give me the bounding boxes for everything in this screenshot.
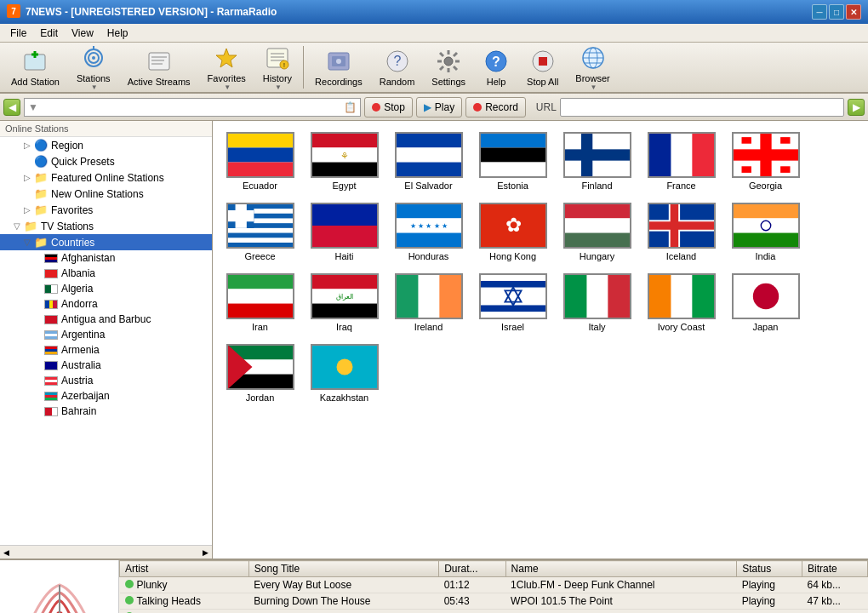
settings-label: Settings	[431, 77, 465, 87]
flag-item[interactable]: India	[725, 198, 806, 266]
col-artist[interactable]: Artist	[120, 561, 249, 577]
flag-item[interactable]: Haiti	[304, 198, 385, 266]
random-button[interactable]: ? Random	[372, 43, 423, 91]
nav-forward-button[interactable]: ▶	[848, 99, 865, 116]
svg-rect-112	[565, 274, 587, 318]
sidebar-item-antigua[interactable]: Antigua and Barbuc	[0, 312, 212, 327]
play-button[interactable]: ▶ Play	[416, 97, 462, 117]
sidebar-item-armenia[interactable]: Armenia	[0, 342, 212, 358]
table-row[interactable]: Plunky Every Way But Loose 01:12 1Club.F…	[120, 577, 868, 593]
sidebar-item-afghanistan[interactable]: Afghanistan	[0, 250, 212, 266]
table-row[interactable]: BILLY JOEL It's Still Rock And Roll To 0…	[120, 610, 868, 614]
sidebar-item-label: Featured Online Stations	[51, 172, 164, 184]
help-button[interactable]: ? Help	[475, 43, 517, 91]
nav-back-button[interactable]: ◀	[3, 99, 20, 116]
svg-point-25	[444, 57, 453, 66]
flag-item[interactable]: Iceland	[641, 198, 722, 266]
flag-image-india	[732, 203, 800, 249]
cell-status: Playing	[737, 593, 802, 610]
col-name[interactable]: Name	[505, 561, 737, 577]
flag-image-greece	[226, 203, 294, 249]
svg-rect-50	[397, 133, 461, 147]
menu-edit[interactable]: Edit	[33, 26, 65, 41]
record-button[interactable]: Record	[465, 97, 526, 117]
flag-label: Italy	[588, 322, 605, 332]
flag-item[interactable]: Japan	[725, 269, 806, 336]
sidebar-item-andorra[interactable]: Andorra	[0, 296, 212, 312]
flag-item[interactable]: Ivory Coast	[641, 269, 722, 336]
table-row[interactable]: Talking Heads Burning Down The House 05:…	[120, 593, 868, 610]
history-button[interactable]: ! History ▼	[255, 40, 300, 95]
sidebar-item-region[interactable]: ▷ 🔵 Region	[0, 137, 212, 153]
col-bitrate[interactable]: Bitrate	[802, 561, 868, 577]
flag-item[interactable]: ✿Hong Kong	[472, 198, 553, 266]
minimize-button[interactable]: ─	[812, 4, 827, 20]
url-label: URL	[536, 101, 557, 113]
settings-button[interactable]: Settings	[424, 43, 473, 91]
new-online-icon: 📁	[34, 187, 48, 200]
sidebar-item-favorites[interactable]: ▷ 📁 Favorites	[0, 202, 212, 218]
sidebar-item-algeria[interactable]: Algeria	[0, 281, 212, 296]
stations-button[interactable]: Stations ▼	[69, 40, 118, 95]
flag-item[interactable]: El Salvador	[388, 128, 469, 195]
sidebar-item-featured[interactable]: ▷ 📁 Featured Online Stations	[0, 169, 212, 186]
flag-item[interactable]: Kazakhstan	[304, 340, 385, 407]
flag-item[interactable]: Ecuador	[220, 128, 300, 195]
sidebar-item-australia[interactable]: Australia	[0, 358, 212, 373]
browser-button[interactable]: Browser ▼	[568, 40, 617, 95]
svg-rect-97	[228, 274, 293, 289]
flag-item[interactable]: Hungary	[557, 198, 637, 266]
record-label: Record	[485, 101, 518, 113]
path-bar[interactable]: ▼ 📋	[24, 98, 361, 117]
sidebar-scrollbar-h[interactable]: ◀ ▶	[0, 545, 212, 559]
svg-rect-99	[228, 304, 293, 318]
sidebar-item-albania[interactable]: Albania	[0, 266, 212, 281]
flag-label: Iraq	[336, 322, 352, 332]
flag-label: Jordan	[246, 392, 275, 403]
svg-point-7	[92, 56, 95, 60]
sidebar-item-argentina[interactable]: Argentina	[0, 327, 212, 342]
maximize-button[interactable]: □	[829, 4, 844, 20]
flag-item[interactable]: France	[641, 128, 722, 195]
sidebar-item-tv-stations[interactable]: ▽ 📁 TV Stations	[0, 218, 212, 234]
close-button[interactable]: ✕	[846, 4, 861, 20]
col-song-title[interactable]: Song Title	[248, 561, 438, 577]
sidebar-item-austria[interactable]: Austria	[0, 373, 212, 388]
stop-button[interactable]: Stop	[364, 97, 413, 117]
sidebar-item-countries[interactable]: ▽ 📁 Countries	[0, 234, 212, 250]
url-input[interactable]	[560, 98, 844, 117]
flag-item[interactable]: Georgia	[725, 128, 806, 195]
history-arrow-icon: ▼	[275, 83, 282, 91]
flag-item[interactable]: العراقIraq	[304, 269, 385, 336]
flag-item[interactable]: Finland	[557, 128, 637, 195]
stop-all-button[interactable]: Stop All	[519, 43, 566, 91]
flag-label: Hungary	[580, 251, 615, 261]
menu-view[interactable]: View	[65, 26, 100, 41]
flag-item[interactable]: Ireland	[388, 269, 469, 336]
sidebar-item-bahrain[interactable]: Bahrain	[0, 404, 212, 419]
menu-help[interactable]: Help	[100, 26, 135, 41]
flag-item[interactable]: Italy	[557, 269, 637, 336]
flag-item[interactable]: Estonia	[472, 128, 553, 195]
flag-item[interactable]: Jordan	[220, 340, 300, 407]
flag-item[interactable]: Israel	[472, 269, 553, 336]
flag-item[interactable]: ★ ★ ★ ★ ★Honduras	[388, 198, 469, 266]
col-status[interactable]: Status	[737, 561, 802, 577]
stop-label: Stop	[384, 101, 405, 113]
flag-item[interactable]: ⚘Egypt	[304, 128, 385, 195]
sidebar-item-azerbaijan[interactable]: Azerbaijan	[0, 388, 212, 404]
active-streams-button[interactable]: Active Streams	[120, 43, 198, 91]
svg-rect-48	[312, 163, 377, 177]
flag-item[interactable]: Iran	[220, 269, 300, 336]
sidebar-item-quick-presets[interactable]: 🔵 Quick Presets	[0, 153, 212, 169]
flag-label: Estonia	[497, 180, 528, 191]
add-station-button[interactable]: Add Station	[3, 43, 67, 91]
sidebar-item-new-online[interactable]: 📁 New Online Stations	[0, 186, 212, 202]
flag-label: Israel	[501, 322, 524, 332]
favorites-button[interactable]: Favorites ▼	[200, 40, 254, 95]
menu-file[interactable]: File	[3, 26, 33, 41]
flag-icon	[44, 284, 58, 294]
recordings-button[interactable]: Recordings	[307, 43, 370, 91]
col-duration[interactable]: Durat...	[439, 561, 505, 577]
flag-item[interactable]: Greece	[220, 198, 300, 266]
